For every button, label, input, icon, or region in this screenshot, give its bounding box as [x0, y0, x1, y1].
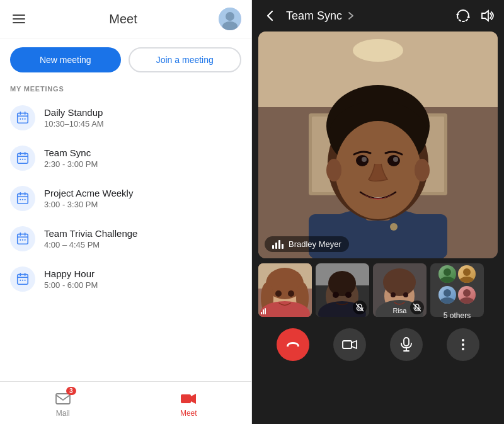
- end-call-button[interactable]: [277, 328, 309, 361]
- svg-rect-17: [18, 194, 28, 204]
- svg-point-15: [22, 159, 23, 160]
- svg-point-95: [440, 297, 455, 304]
- svg-point-60: [390, 223, 398, 231]
- svg-marker-43: [482, 11, 488, 21]
- svg-point-23: [25, 199, 26, 200]
- calendar-icon: [10, 186, 35, 211]
- svg-point-22: [22, 199, 23, 200]
- svg-point-1: [226, 12, 234, 21]
- video-toggle-button[interactable]: [333, 328, 366, 361]
- thumbnail-risa[interactable]: Risa: [373, 263, 427, 317]
- right-panel: Team Sync: [252, 0, 504, 424]
- meeting-name: Team Sync: [44, 147, 98, 158]
- more-options-button[interactable]: [447, 328, 479, 361]
- app-title: Meet: [109, 12, 137, 26]
- svg-rect-10: [18, 154, 28, 164]
- calendar-icon: [10, 146, 35, 171]
- svg-point-61: [326, 159, 341, 181]
- video-camera-icon: [342, 337, 357, 352]
- meeting-item-team-trivia[interactable]: Team Trivia Challenge 4:00 – 4:45 PM: [0, 219, 251, 259]
- svg-point-106: [462, 348, 464, 350]
- meeting-item-team-sync[interactable]: Team Sync 2:30 - 3:00 PM: [0, 138, 251, 178]
- person-visual: [258, 32, 498, 258]
- svg-point-71: [288, 290, 294, 297]
- meeting-time: 3:00 - 3:30 PM: [44, 200, 133, 209]
- svg-point-96: [463, 289, 471, 297]
- svg-rect-39: [181, 394, 191, 403]
- end-call-icon: [285, 336, 301, 353]
- svg-rect-3: [18, 113, 28, 123]
- meeting-time: 2:30 - 3:00 PM: [44, 159, 98, 169]
- meeting-item-project-acme[interactable]: Project Acme Weekly 3:00 - 3:30 PM: [0, 178, 251, 219]
- others-label: 5 others: [444, 311, 471, 320]
- back-button[interactable]: [261, 6, 280, 25]
- thumbnails-row: Risa: [252, 258, 504, 322]
- thumbnail-participant-2[interactable]: [316, 263, 369, 317]
- mail-badge: 3: [66, 387, 76, 395]
- flip-camera-button[interactable]: [455, 8, 471, 24]
- microphone-button[interactable]: [390, 328, 423, 361]
- user-avatar[interactable]: [219, 8, 241, 30]
- action-buttons-row: New meeting Join a meeting: [0, 38, 251, 81]
- more-options-icon: [455, 337, 471, 352]
- meeting-title-wrap: Team Sync: [286, 9, 449, 23]
- volume-icon: [480, 8, 495, 23]
- left-footer: 3 Mail Meet: [0, 381, 251, 424]
- meeting-time: 4:00 – 4:45 PM: [44, 240, 137, 249]
- meeting-time: 5:00 - 6:00 PM: [44, 280, 98, 290]
- left-header: Meet: [0, 0, 251, 38]
- svg-point-46: [353, 39, 403, 62]
- svg-point-62: [415, 159, 430, 181]
- svg-point-21: [20, 199, 21, 200]
- thumbnail-5-others[interactable]: 5 others: [430, 263, 484, 317]
- svg-point-105: [462, 343, 464, 346]
- svg-point-84: [383, 268, 416, 296]
- new-meeting-button[interactable]: New meeting: [10, 47, 121, 72]
- thumbnail-participant-1[interactable]: [258, 263, 312, 317]
- meeting-info: Happy Hour 5:00 - 6:00 PM: [44, 268, 98, 290]
- call-controls-row: [252, 322, 504, 371]
- flip-camera-icon: [455, 8, 471, 24]
- hamburger-menu-icon[interactable]: [10, 12, 28, 26]
- meet-camera-icon: [180, 391, 197, 407]
- svg-rect-99: [343, 341, 352, 348]
- svg-point-77: [333, 292, 339, 298]
- audio-bars-icon: [272, 240, 284, 249]
- join-meeting-button[interactable]: Join a meeting: [129, 47, 242, 72]
- meeting-item-happy-hour[interactable]: Happy Hour 5:00 - 6:00 PM: [0, 259, 251, 299]
- svg-point-9: [25, 118, 26, 120]
- svg-point-37: [25, 280, 26, 281]
- meeting-name: Project Acme Weekly: [44, 188, 133, 198]
- footer-tab-mail[interactable]: 3 Mail: [0, 387, 126, 421]
- calendar-icon: [10, 105, 35, 130]
- svg-point-92: [463, 268, 471, 276]
- meeting-info: Team Sync 2:30 - 3:00 PM: [44, 147, 98, 169]
- svg-point-91: [440, 277, 455, 283]
- svg-marker-100: [352, 341, 357, 348]
- svg-point-87: [403, 292, 408, 297]
- meeting-info: Team Trivia Challenge 4:00 – 4:45 PM: [44, 228, 137, 249]
- main-person-name: Bradley Meyer: [289, 239, 341, 249]
- svg-point-7: [20, 118, 21, 120]
- mail-tab-label: Mail: [56, 409, 70, 418]
- svg-point-59: [393, 157, 398, 162]
- footer-tab-meet[interactable]: Meet: [126, 387, 252, 421]
- main-video-container: Bradley Meyer: [258, 32, 498, 258]
- volume-button[interactable]: [480, 8, 495, 23]
- left-panel: Meet New meeting Join a meeting MY MEETI…: [0, 0, 252, 424]
- meeting-item-daily-standup[interactable]: Daily Standup 10:30–10:45 AM: [0, 98, 251, 138]
- svg-point-36: [22, 280, 23, 281]
- svg-rect-31: [18, 275, 28, 285]
- others-avatars: [430, 260, 484, 309]
- svg-rect-38: [56, 394, 70, 404]
- svg-point-29: [22, 239, 23, 241]
- meeting-name: Daily Standup: [44, 107, 104, 118]
- svg-rect-101: [404, 338, 409, 346]
- svg-point-90: [444, 268, 451, 276]
- svg-point-75: [328, 271, 356, 296]
- calendar-icon: [10, 226, 35, 251]
- participant-1-video: [258, 263, 312, 317]
- svg-point-97: [459, 297, 474, 304]
- svg-point-86: [391, 292, 396, 297]
- person-name-bar: Bradley Meyer: [265, 236, 349, 252]
